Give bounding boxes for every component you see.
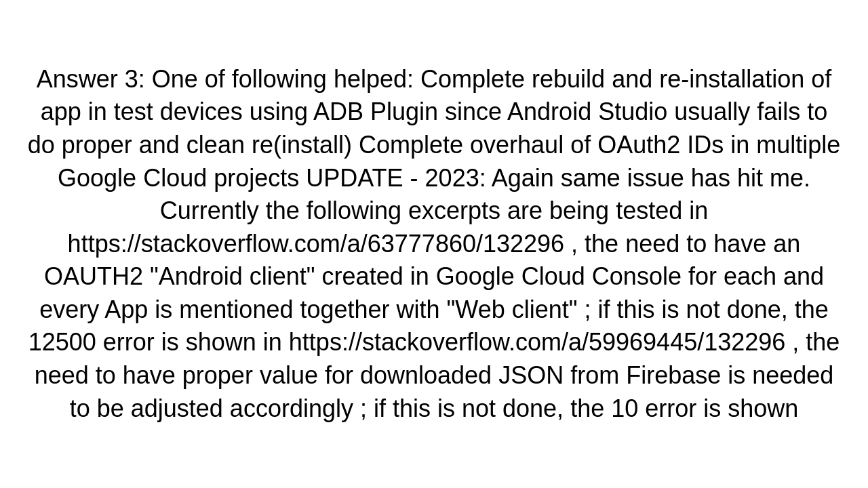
answer-text: Answer 3: One of following helped: Compl… <box>27 63 841 426</box>
content-container: Answer 3: One of following helped: Compl… <box>0 0 868 488</box>
